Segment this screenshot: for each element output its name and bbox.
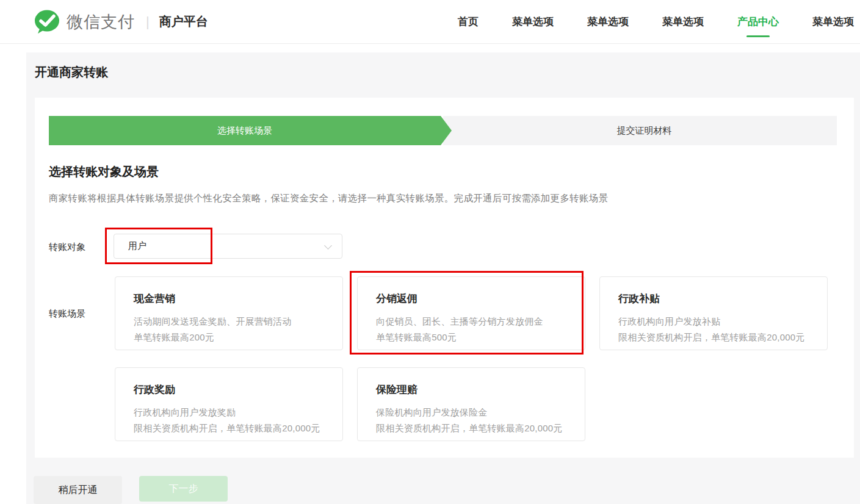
nav-item-menu-1[interactable]: 菜单选项 — [512, 0, 554, 43]
scene-card-limit: 限相关资质机构开启，单笔转账最高20,000元 — [618, 329, 827, 345]
scene-card-title: 分销返佣 — [376, 292, 585, 306]
select-value: 用户 — [128, 240, 146, 252]
scene-card-title: 行政补贴 — [618, 292, 827, 306]
footer-actions: 稍后开通 下一步 — [34, 476, 228, 504]
scene-card-desc: 行政机构向用户发放奖励 — [134, 405, 342, 420]
scene-card-desc: 行政机构向用户发放补贴 — [618, 314, 827, 329]
nav-item-product-center[interactable]: 产品中心 — [737, 0, 779, 43]
nav-item-home[interactable]: 首页 — [458, 0, 479, 43]
scene-card-grid: 现金营销 活动期间发送现金奖励、开展营销活动 单笔转账最高200元 分销返佣 向… — [115, 276, 835, 441]
step-submit-materials: 提交证明材料 — [443, 116, 837, 145]
wechat-pay-logo[interactable]: 微信支付 | 商户平台 — [34, 10, 208, 34]
scene-card-limit: 限相关资质机构开启，单笔转账最高20,000元 — [376, 420, 585, 436]
scene-card-limit: 限相关资质机构开启，单笔转账最高20,000元 — [134, 420, 342, 436]
nav-item-menu-4[interactable]: 菜单选项 — [812, 0, 854, 43]
scene-card-limit: 单笔转账最高500元 — [376, 329, 585, 345]
scene-card-title: 现金营销 — [134, 292, 342, 306]
main-card: 选择转账场景 提交证明材料 选择转账对象及场景 商家转账将根据具体转账场景提供个… — [35, 98, 854, 458]
scene-card-insurance-claim[interactable]: 保险理赔 保险机构向用户发放保险金 限相关资质机构开启，单笔转账最高20,000… — [357, 367, 585, 441]
wechat-bubble-icon — [34, 10, 60, 34]
scene-card-cash-marketing[interactable]: 现金营销 活动期间发送现金奖励、开展营销活动 单笔转账最高200元 — [115, 276, 343, 350]
page-title: 开通商家转账 — [35, 64, 108, 81]
progress-steps: 选择转账场景 提交证明材料 — [49, 116, 837, 145]
step-choose-scene: 选择转账场景 — [49, 116, 452, 145]
chevron-down-icon — [325, 243, 331, 249]
open-later-button[interactable]: 稍后开通 — [34, 476, 122, 504]
nav-item-label: 产品中心 — [737, 15, 779, 29]
scene-card-admin-reward[interactable]: 行政奖励 行政机构向用户发放奖励 限相关资质机构开启，单笔转账最高20,000元 — [115, 367, 343, 441]
nav-item-menu-3[interactable]: 菜单选项 — [662, 0, 704, 43]
step-label: 提交证明材料 — [617, 125, 672, 137]
scene-card-distribution-commission[interactable]: 分销返佣 向促销员、团长、主播等分销方发放佣金 单笔转账最高500元 — [357, 276, 585, 350]
scene-card-title: 行政奖励 — [134, 383, 342, 397]
scene-card-title: 保险理赔 — [376, 383, 585, 397]
next-step-button[interactable]: 下一步 — [139, 476, 228, 502]
active-nav-underline — [746, 35, 770, 37]
section-title: 选择转账对象及场景 — [49, 164, 159, 180]
transfer-scene-label: 转账场景 — [49, 308, 85, 320]
scene-card-admin-subsidy[interactable]: 行政补贴 行政机构向用户发放补贴 限相关资质机构开启，单笔转账最高20,000元 — [599, 276, 828, 350]
logo-divider: | — [146, 14, 150, 30]
scene-card-desc: 活动期间发送现金奖励、开展营销活动 — [134, 314, 342, 329]
main-nav: 首页 菜单选项 菜单选项 菜单选项 产品中心 菜单选项 — [458, 0, 860, 43]
content-panel: 开通商家转账 选择转账场景 提交证明材料 选择转账对象及场景 商家转账将根据具体… — [26, 52, 860, 504]
scene-card-desc: 保险机构向用户发放保险金 — [376, 405, 585, 420]
scene-card-desc: 向促销员、团长、主播等分销方发放佣金 — [376, 314, 585, 329]
section-description: 商家转账将根据具体转账场景提供个性化安全策略，保证资金安全，请选择一种真实转账场… — [49, 192, 608, 205]
product-name: 商户平台 — [159, 13, 208, 30]
scene-card-limit: 单笔转账最高200元 — [134, 329, 342, 345]
top-header: 微信支付 | 商户平台 首页 菜单选项 菜单选项 菜单选项 产品中心 菜单选项 — [0, 0, 860, 44]
transfer-target-label: 转账对象 — [49, 242, 85, 253]
step-label: 选择转账场景 — [217, 125, 272, 137]
transfer-target-select[interactable]: 用户 — [114, 234, 342, 259]
nav-item-menu-2[interactable]: 菜单选项 — [587, 0, 629, 43]
brand-name: 微信支付 — [67, 11, 135, 33]
